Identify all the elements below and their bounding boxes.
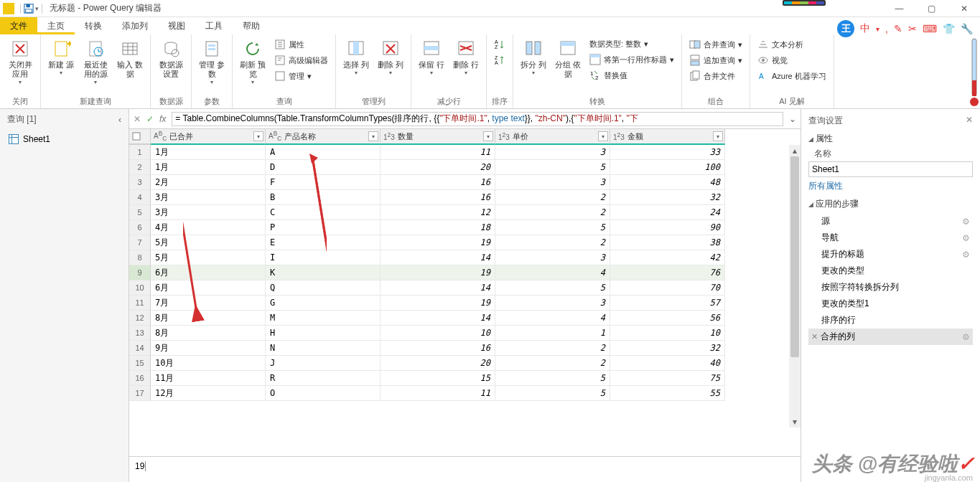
cell[interactable]: 14 (381, 280, 495, 296)
data-type-button[interactable]: 数据类型: 整数 ▾ (587, 37, 677, 51)
remove-rows-button[interactable]: 删除 行▾ (450, 37, 482, 77)
gear-icon[interactable]: ⚙ (962, 217, 970, 227)
user-badge-icon[interactable]: 王 (837, 20, 854, 37)
filter-dropdown-icon[interactable]: ▾ (253, 131, 263, 141)
type-icon[interactable]: ABC (154, 130, 167, 142)
formula-input[interactable]: = Table.CombineColumns(Table.TransformCo… (172, 112, 783, 126)
cell[interactable]: 19 (381, 265, 495, 280)
row-number[interactable]: 17 (129, 386, 151, 401)
cell[interactable]: K (266, 265, 381, 280)
cell[interactable]: 32 (610, 341, 725, 356)
scroll-down-icon[interactable]: ▾ (789, 416, 801, 427)
cell[interactable]: 18 (381, 220, 495, 235)
cell[interactable]: R (266, 371, 381, 386)
azure-ml-button[interactable]: AAzure 机器学习 (755, 69, 829, 83)
formula-expand-icon[interactable]: ⌄ (789, 114, 796, 124)
cell[interactable]: 48 (610, 175, 725, 190)
cell[interactable]: 8月 (151, 311, 266, 326)
cell[interactable]: 5 (495, 371, 610, 386)
merge-queries-button[interactable]: 合并查询 ▾ (686, 37, 745, 52)
cell[interactable]: 2 (495, 235, 610, 250)
shirt-icon[interactable]: 👕 (943, 23, 955, 34)
minimize-button[interactable]: — (883, 0, 915, 17)
tab-file[interactable]: 文件 (0, 17, 37, 34)
tab-1[interactable]: 转换 (75, 17, 112, 34)
choose-columns-button[interactable]: 选择 列▾ (340, 37, 372, 77)
text-analytics-button[interactable]: 文本分析 (755, 37, 829, 52)
cell[interactable]: 3 (495, 250, 610, 265)
properties-button[interactable]: 属性 (271, 37, 331, 52)
cell[interactable]: 55 (610, 386, 725, 401)
refresh-preview-button[interactable]: 刷新 预览▾ (237, 37, 269, 87)
row-number[interactable]: 2 (129, 160, 151, 175)
row-number[interactable]: 7 (129, 235, 151, 250)
vision-button[interactable]: 视觉 (755, 53, 829, 67)
sort-asc-button[interactable]: AZ (491, 37, 508, 52)
cell[interactable]: 5 (495, 386, 610, 401)
type-icon[interactable]: ABC (269, 130, 281, 142)
row-number[interactable]: 13 (129, 326, 151, 341)
gear-icon[interactable]: ⚙ (962, 250, 970, 260)
filter-dropdown-icon[interactable]: ▾ (483, 131, 493, 141)
tab-0[interactable]: 主页 (37, 17, 75, 34)
applied-steps-section[interactable]: 应用的步骤 (808, 198, 973, 210)
advanced-editor-button[interactable]: 高级编辑器 (271, 53, 331, 67)
cell[interactable]: E (266, 235, 381, 250)
cell[interactable]: 40 (610, 356, 725, 371)
data-grid[interactable]: ABC已合并▾ABC产品名称▾123数量▾123单价▾123金额▾11月A113… (129, 129, 801, 456)
all-properties-link[interactable]: 所有属性 (808, 180, 843, 192)
cell[interactable]: 2 (495, 341, 610, 356)
row-number[interactable]: 11 (129, 296, 151, 311)
cell[interactable]: 5月 (151, 235, 266, 250)
column-header[interactable]: 123金额▾ (610, 129, 725, 145)
replace-values-button[interactable]: 12替换值 (587, 68, 677, 82)
filter-dropdown-icon[interactable]: ▾ (713, 131, 723, 141)
cell[interactable]: 11 (381, 386, 495, 401)
cell[interactable]: 19 (381, 235, 495, 250)
cell[interactable]: M (266, 311, 381, 326)
maximize-button[interactable]: ▢ (915, 0, 948, 17)
cell[interactable]: 1月 (151, 145, 266, 160)
row-number[interactable]: 4 (129, 190, 151, 205)
filter-dropdown-icon[interactable]: ▾ (598, 131, 608, 141)
cell[interactable]: 38 (610, 235, 725, 250)
tab-2[interactable]: 添加列 (112, 17, 158, 34)
cell[interactable]: 2月 (151, 175, 266, 190)
qat-dropdown[interactable]: ▾ (35, 5, 39, 12)
cell[interactable]: 4月 (151, 220, 266, 235)
combine-files-button[interactable]: 合并文件 (686, 69, 745, 83)
cell[interactable]: 16 (381, 341, 495, 356)
remove-columns-button[interactable]: 删除 列▾ (375, 37, 406, 77)
applied-step[interactable]: 更改的类型 (808, 263, 973, 279)
keyboard-icon[interactable]: ⌨ (923, 23, 937, 34)
cell[interactable]: 75 (610, 371, 725, 386)
recent-source-button[interactable]: 最近使 用的源▾ (80, 37, 111, 87)
cell[interactable]: 4 (495, 311, 610, 326)
cell[interactable]: 1月 (151, 160, 266, 175)
new-source-button[interactable]: ✦新建 源▾ (45, 37, 77, 77)
save-icon[interactable] (24, 4, 34, 14)
cell[interactable]: G (266, 296, 381, 311)
cell[interactable]: 16 (381, 190, 495, 205)
first-row-headers-button[interactable]: 将第一行用作标题 ▾ (587, 52, 677, 67)
row-number[interactable]: 3 (129, 175, 151, 190)
column-header[interactable]: 123单价▾ (495, 129, 610, 145)
row-number[interactable]: 8 (129, 250, 151, 265)
row-number[interactable]: 5 (129, 205, 151, 220)
applied-step[interactable]: 提升的标题⚙ (808, 246, 973, 263)
cell[interactable]: 70 (610, 280, 725, 296)
cell[interactable]: 3月 (151, 190, 266, 205)
row-number[interactable]: 1 (129, 145, 151, 160)
cell[interactable]: 3 (495, 296, 610, 311)
type-icon[interactable]: 123 (613, 131, 625, 141)
cell[interactable]: 10 (381, 326, 495, 341)
sort-desc-button[interactable]: ZA (491, 53, 508, 67)
cell[interactable]: 10 (610, 326, 725, 341)
cell[interactable]: 11月 (151, 371, 266, 386)
applied-step[interactable]: 导航⚙ (808, 230, 973, 246)
column-header[interactable]: ABC产品名称▾ (266, 129, 381, 145)
cell[interactable]: 100 (610, 160, 725, 175)
tab-5[interactable]: 帮助 (233, 17, 270, 34)
cell[interactable]: 14 (381, 311, 495, 326)
enter-data-button[interactable]: 输入 数据 (114, 37, 146, 80)
